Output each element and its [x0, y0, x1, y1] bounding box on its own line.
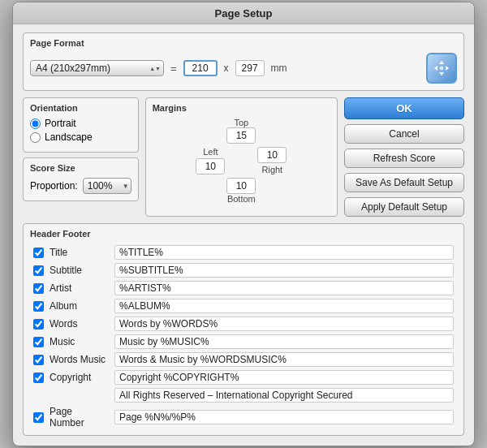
hf-row-name-3: Album [50, 300, 77, 312]
svg-marker-0 [439, 61, 444, 64]
page-format-row: A4 (210x297mm) Letter Legal A3 = x mm [30, 53, 457, 84]
hf-row-name-1: Subtitle [50, 265, 82, 276]
left-panel: Orientation Portrait Landscape Score Siz… [23, 97, 139, 217]
svg-marker-3 [446, 66, 449, 71]
hf-row: Music [30, 333, 457, 351]
page-format-section: Page Format A4 (210x297mm) Letter Legal … [23, 32, 464, 91]
landscape-row: Landscape [30, 131, 131, 143]
hf-value-cell[interactable] [111, 279, 457, 297]
move-icon[interactable] [426, 53, 457, 84]
bottom-margin-input[interactable] [226, 178, 256, 194]
hf-name-cell: Words [30, 315, 111, 333]
hf-checkbox-1[interactable] [33, 265, 44, 276]
hf-value-input-1[interactable] [114, 263, 454, 278]
hf-value-cell[interactable] [111, 261, 457, 279]
hf-value-input-4[interactable] [114, 317, 454, 331]
equals-sign: = [170, 62, 177, 75]
top-margin-input[interactable] [226, 127, 256, 144]
page-setup-dialog: Page Setup Page Format A4 (210x297mm) Le… [12, 2, 475, 446]
hf-value-cell[interactable] [111, 386, 457, 404]
svg-marker-2 [434, 66, 437, 71]
proportion-select-wrap[interactable]: 50% 75% 100% 125% 150% [83, 178, 131, 194]
right-margin-input[interactable] [257, 147, 287, 163]
dialog-body: Page Format A4 (210x297mm) Letter Legal … [13, 24, 474, 446]
margins-middle-row: Left Right [153, 147, 330, 174]
hf-value-cell[interactable] [111, 351, 457, 368]
hf-value-cell[interactable] [111, 243, 457, 261]
hf-row: Subtitle [30, 261, 457, 279]
hf-value-input-8[interactable] [114, 388, 454, 403]
hf-value-input-2[interactable] [114, 281, 454, 295]
apply-default-button[interactable]: Apply Default Setup [344, 197, 464, 217]
hf-value-cell[interactable] [111, 315, 457, 333]
ok-button[interactable]: OK [344, 97, 464, 119]
score-size-label: Score Size [30, 163, 131, 173]
left-margin-input[interactable] [196, 158, 225, 174]
page-width-input[interactable] [183, 60, 218, 76]
hf-value-cell[interactable] [111, 297, 457, 315]
hf-value-cell[interactable] [111, 333, 457, 351]
orientation-section: Orientation Portrait Landscape [23, 97, 139, 153]
hf-row: Title [30, 243, 457, 261]
hf-row: Words [30, 315, 457, 333]
hf-checkbox-0[interactable] [33, 248, 44, 258]
landscape-radio[interactable] [30, 132, 41, 143]
hf-name-cell: Music [30, 333, 111, 351]
svg-rect-4 [440, 67, 443, 70]
cancel-button[interactable]: Cancel [344, 124, 464, 144]
hf-row-name-7: Copyright [50, 372, 91, 383]
hf-value-input-0[interactable] [114, 245, 454, 260]
margins-label: Margins [153, 103, 187, 113]
landscape-label: Landscape [45, 131, 93, 143]
header-footer-label: Header Footer [30, 229, 457, 239]
times-sign: x [224, 62, 229, 74]
hf-value-cell[interactable] [111, 404, 457, 430]
hf-value-input-9[interactable] [114, 410, 454, 424]
hf-row-name-6: Words Music [50, 354, 106, 365]
move-icon-wrap [426, 53, 457, 84]
paper-size-select-wrap[interactable]: A4 (210x297mm) Letter Legal A3 [30, 60, 164, 76]
hf-name-cell: Artist [30, 279, 111, 297]
hf-row [30, 386, 457, 404]
hf-value-input-5[interactable] [114, 334, 454, 349]
dialog-title: Page Setup [13, 2, 474, 24]
left-margin-label: Left [203, 147, 218, 157]
proportion-label: Proportion: [30, 180, 78, 192]
save-as-default-button[interactable]: Save As Default Setup [344, 173, 464, 192]
hf-checkbox-3[interactable] [33, 301, 44, 312]
hf-checkbox-7[interactable] [33, 373, 44, 383]
page-format-label: Page Format [30, 38, 457, 48]
portrait-radio[interactable] [30, 118, 41, 129]
hf-checkbox-5[interactable] [33, 337, 44, 347]
hf-row-name-4: Words [50, 318, 77, 330]
orientation-label: Orientation [30, 103, 131, 113]
svg-marker-1 [439, 72, 444, 75]
hf-value-cell[interactable] [111, 368, 457, 386]
refresh-score-button[interactable]: Refresh Score [344, 149, 464, 168]
page-height-input[interactable] [235, 60, 265, 76]
hf-name-cell: Words Music [30, 351, 111, 368]
hf-name-cell [30, 386, 111, 404]
hf-row: Words Music [30, 351, 457, 368]
hf-checkbox-4[interactable] [33, 319, 44, 330]
proportion-row: Proportion: 50% 75% 100% 125% 150% [30, 178, 131, 194]
hf-value-input-6[interactable] [114, 352, 454, 367]
hf-checkbox-6[interactable] [33, 355, 44, 365]
paper-size-select[interactable]: A4 (210x297mm) Letter Legal A3 [30, 60, 164, 76]
hf-value-input-7[interactable] [114, 370, 454, 385]
proportion-select[interactable]: 50% 75% 100% 125% 150% [83, 178, 131, 194]
portrait-row: Portrait [30, 118, 131, 129]
hf-name-cell: Title [30, 243, 111, 261]
unit-label: mm [271, 62, 287, 74]
hf-row: Album [30, 297, 457, 315]
hf-checkbox-2[interactable] [33, 283, 44, 294]
portrait-label: Portrait [45, 118, 76, 129]
hf-name-cell: Copyright [30, 368, 111, 386]
hf-value-input-3[interactable] [114, 299, 454, 313]
buttons-panel: OK Cancel Refresh Score Save As Default … [344, 97, 464, 217]
top-label: Top [226, 118, 256, 127]
hf-checkbox-9[interactable] [33, 412, 44, 423]
right-margin-label: Right [262, 165, 283, 174]
hf-row: Page Number [30, 404, 457, 430]
hf-name-cell: Page Number [30, 404, 111, 430]
